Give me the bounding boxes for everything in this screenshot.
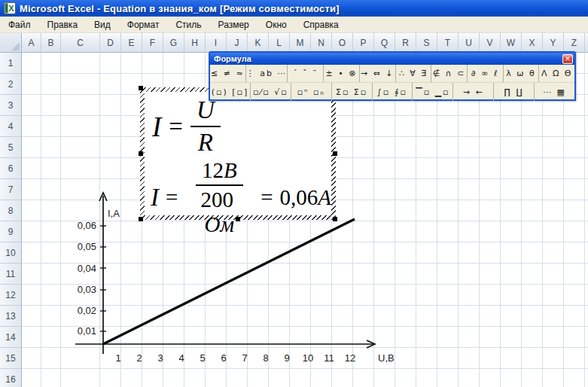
eq2-denominator: 200 Ом: [184, 186, 254, 237]
palette-logical-symbols[interactable]: ∴ ∀ ∃: [396, 65, 432, 82]
column-header-W[interactable]: W: [501, 33, 522, 53]
column-header-X[interactable]: X: [522, 33, 543, 53]
handle-middle-left[interactable]: [139, 151, 143, 156]
formula-toolbar: Формула ✕ ≤ ≠ ≈⋮ ab ⋯´ ˇ ¨± • ⊗→ ⇔ ↓∴ ∀ …: [209, 51, 576, 101]
palette-set-theory-symbols[interactable]: ∉ ∩ ⊂: [431, 65, 468, 82]
x-tick-5: 5: [192, 352, 213, 364]
palette-matrix-templates[interactable]: ⋯ ▦: [535, 83, 574, 101]
column-header-G[interactable]: G: [163, 33, 184, 53]
y-tick-0,03: 0,03: [65, 284, 96, 295]
palette-fraction-radical[interactable]: ▫⁄▫ √▫: [251, 83, 291, 101]
y-tick-0,06: 0,06: [65, 220, 96, 231]
column-header-I[interactable]: I: [206, 33, 227, 53]
row-headers: 12345678910111213141516: [0, 53, 22, 387]
close-icon[interactable]: ✕: [562, 54, 573, 64]
excel-icon: X: [4, 2, 16, 14]
eq2-fraction: 12В 200 Ом: [184, 158, 254, 237]
eq2-equals-result: =: [260, 185, 273, 210]
palette-integral-templates[interactable]: ∫▫ ∮▫: [373, 83, 413, 101]
row-header-6[interactable]: 6: [0, 158, 22, 179]
equation-canvas[interactable]: I = U R I = 12В 200 Ом = 0,06А: [145, 92, 331, 215]
column-header-E[interactable]: E: [121, 33, 142, 53]
row-header-8[interactable]: 8: [0, 200, 22, 221]
row-header-10[interactable]: 10: [0, 242, 22, 264]
row-header-12[interactable]: 12: [0, 285, 22, 306]
column-header-M[interactable]: M: [290, 33, 311, 53]
palette-operator-symbols[interactable]: ± • ⊗: [324, 65, 360, 82]
row-header-11[interactable]: 11: [0, 264, 22, 285]
column-header-K[interactable]: K: [248, 33, 269, 53]
row-header-13[interactable]: 13: [0, 306, 22, 327]
column-header-J[interactable]: J: [227, 33, 248, 53]
palette-overbar-underbar[interactable]: ▔▫ ▁▫: [413, 83, 453, 101]
menu-item-file[interactable]: Файл: [0, 17, 39, 32]
menu-item-size[interactable]: Размер: [210, 17, 257, 32]
gridline: [584, 53, 585, 387]
column-header-Q[interactable]: Q: [374, 33, 395, 53]
title-bar: X Microsoft Excel - Equation в знания_ко…: [0, 0, 588, 17]
menu-item-window[interactable]: Окно: [257, 17, 295, 32]
gridline: [395, 53, 395, 387]
column-header-T[interactable]: T: [437, 33, 459, 53]
row-header-9[interactable]: 9: [0, 221, 22, 242]
palette-product-set-templates[interactable]: ∏ ∐: [494, 83, 535, 101]
menu-item-view[interactable]: Вид: [86, 17, 119, 32]
palette-misc-symbols[interactable]: ∂ ∞ ℓ: [468, 65, 504, 82]
palette-summation-templates[interactable]: Σ▫ Σ▫: [332, 83, 373, 101]
column-header-R[interactable]: R: [395, 33, 416, 53]
row-header-15[interactable]: 15: [0, 348, 22, 369]
row-header-16[interactable]: 16: [0, 369, 22, 387]
column-header-C[interactable]: C: [61, 33, 100, 53]
handle-middle-right[interactable]: [333, 151, 337, 156]
column-header-F[interactable]: F: [142, 33, 163, 53]
select-all-corner[interactable]: [0, 33, 22, 53]
column-header-H[interactable]: H: [184, 33, 206, 53]
y-tick-0,04: 0,04: [65, 263, 96, 274]
column-header-Y[interactable]: Y: [543, 33, 564, 53]
handle-bottom-right[interactable]: [333, 217, 337, 221]
row-header-3[interactable]: 3: [0, 95, 22, 116]
row-header-4[interactable]: 4: [0, 116, 22, 137]
column-header-A[interactable]: A: [22, 33, 41, 53]
palette-labeled-arrows[interactable]: → ←: [453, 83, 494, 101]
palette-embellishments[interactable]: ´ ˇ ¨: [288, 65, 324, 82]
handle-top-left[interactable]: [139, 86, 143, 90]
column-header-P[interactable]: P: [353, 33, 374, 53]
palette-fence-templates[interactable]: (▫) [▫]: [210, 83, 251, 101]
column-header-S[interactable]: S: [416, 33, 437, 53]
palette-greek-uppercase[interactable]: Λ Ω Θ: [539, 65, 574, 82]
row-header-7[interactable]: 7: [0, 179, 22, 200]
x-tick-7: 7: [234, 352, 255, 364]
menu-item-format[interactable]: Формат: [119, 17, 168, 32]
column-header-N[interactable]: N: [311, 33, 332, 53]
equation-line-2: I = 12В 200 Ом = 0,06А: [151, 158, 331, 237]
x-tick-2: 2: [129, 352, 150, 364]
equation-object[interactable]: I = U R I = 12В 200 Ом = 0,06А: [140, 87, 336, 220]
row-header-2[interactable]: 2: [0, 74, 22, 95]
handle-bottom-left[interactable]: [139, 217, 143, 221]
column-header-U[interactable]: U: [459, 33, 480, 53]
formula-toolbar-titlebar[interactable]: Формула ✕: [210, 53, 574, 65]
palette-subscript-superscript[interactable]: ▫ⁿ ▫ₙ: [291, 83, 332, 101]
menu-item-help[interactable]: Справка: [295, 17, 347, 32]
column-headers: ABCDEFGHIJKLMNOPQRSTUVWXYZ: [22, 33, 588, 53]
handle-bottom-middle[interactable]: [236, 217, 240, 221]
palette-arrow-symbols[interactable]: → ⇔ ↓: [360, 65, 396, 82]
row-header-5[interactable]: 5: [0, 137, 22, 158]
menu-item-style[interactable]: Стиль: [167, 17, 209, 32]
column-header-O[interactable]: O: [332, 33, 353, 53]
row-header-1[interactable]: 1: [0, 53, 22, 74]
palette-spaces-ellipses[interactable]: ⋮ ab ⋯: [246, 65, 288, 82]
svg-text:X: X: [8, 4, 14, 13]
palette-relational-symbols[interactable]: ≤ ≠ ≈: [210, 65, 246, 82]
column-header-B[interactable]: B: [41, 33, 61, 53]
menu-bar: ФайлПравкаВидФорматСтильРазмерОкноСправк…: [0, 17, 588, 33]
column-header-V[interactable]: V: [480, 33, 501, 53]
column-header-D[interactable]: D: [100, 33, 121, 53]
menu-item-edit[interactable]: Правка: [39, 17, 87, 32]
column-header-L[interactable]: L: [269, 33, 290, 53]
y-tick-0,01: 0,01: [65, 325, 96, 337]
column-header-Z[interactable]: Z: [564, 33, 585, 53]
row-header-14[interactable]: 14: [0, 327, 22, 348]
palette-greek-lowercase[interactable]: λ ω θ: [504, 65, 540, 82]
